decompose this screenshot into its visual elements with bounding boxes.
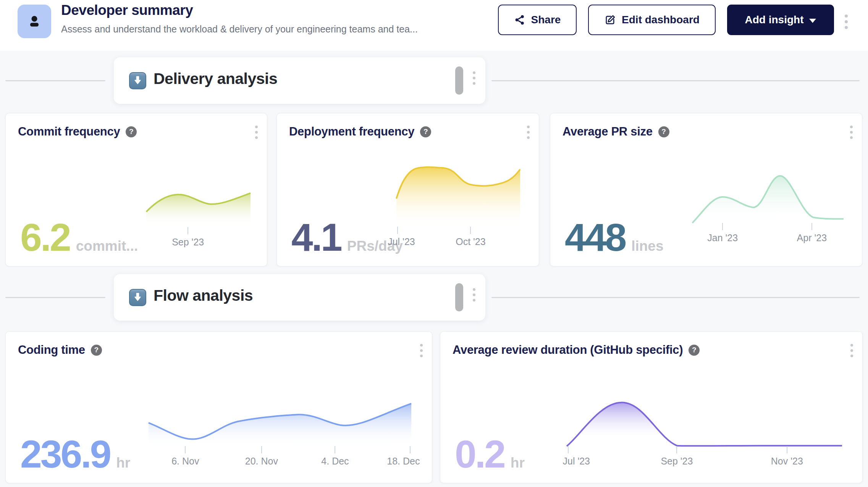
card-title: Average review duration (GitHub specific… bbox=[453, 343, 683, 357]
page-title: Developer summary bbox=[61, 2, 193, 18]
metric-value: 4.1 bbox=[291, 218, 341, 257]
axis-tick bbox=[722, 223, 723, 230]
section-kebab-menu-icon[interactable] bbox=[473, 288, 475, 302]
card-kebab-menu-icon[interactable] bbox=[420, 344, 423, 357]
header-kebab-menu-icon[interactable] bbox=[845, 15, 848, 29]
metric-card-average-review-duration[interactable]: Average review duration (GitHub specific… bbox=[440, 331, 863, 483]
person-icon bbox=[26, 13, 43, 30]
axis-tick bbox=[568, 446, 569, 453]
card-title: Average PR size bbox=[563, 125, 653, 139]
axis-tick bbox=[397, 227, 398, 234]
section-title: Delivery analysis bbox=[154, 70, 277, 88]
edit-dashboard-button-label: Edit dashboard bbox=[622, 14, 700, 26]
metric-value: 236.9 bbox=[20, 435, 110, 474]
axis-tick bbox=[261, 446, 262, 453]
edit-icon bbox=[604, 14, 616, 26]
axis-tick bbox=[188, 227, 188, 234]
tick-label: Oct '23 bbox=[456, 236, 485, 247]
card-title: Deployment frequency bbox=[289, 125, 414, 139]
share-button-label: Share bbox=[531, 14, 561, 26]
sparkline-chart: Sep '23 bbox=[146, 190, 251, 227]
tick-label: Nov '23 bbox=[771, 456, 803, 467]
section-divider bbox=[5, 297, 105, 298]
tick-label: 4. Dec bbox=[321, 456, 349, 467]
tick-label: Jul '23 bbox=[563, 456, 590, 467]
metric-card-average-pr-size[interactable]: Average PR size ? 448 lines Jan '23 bbox=[550, 113, 862, 266]
section-divider bbox=[491, 80, 860, 81]
axis-tick bbox=[470, 227, 471, 234]
add-insight-button-label: Add insight bbox=[745, 14, 804, 26]
share-button[interactable]: Share bbox=[498, 5, 577, 35]
help-icon[interactable]: ? bbox=[658, 126, 669, 137]
sparkline-chart: Jul '23 Sep '23 Nov '23 bbox=[567, 397, 842, 446]
tick-label: 18. Dec bbox=[387, 456, 420, 467]
caret-down-icon bbox=[809, 19, 816, 23]
add-insight-button[interactable]: Add insight bbox=[727, 5, 834, 35]
header: Developer summary Assess and understand … bbox=[0, 0, 868, 51]
card-kebab-menu-icon[interactable] bbox=[527, 126, 530, 139]
drag-handle[interactable] bbox=[455, 66, 463, 95]
down-arrow-emoji-icon bbox=[129, 289, 146, 306]
metric-value: 448 bbox=[565, 218, 625, 257]
share-icon bbox=[514, 14, 525, 26]
section-header-flow-analysis: Flow analysis bbox=[114, 274, 485, 321]
axis-tick bbox=[185, 446, 186, 453]
axis-tick bbox=[811, 223, 812, 230]
tick-label: Jul '23 bbox=[388, 236, 415, 247]
tick-label: Sep '23 bbox=[172, 237, 204, 248]
drag-handle[interactable] bbox=[455, 283, 463, 311]
tick-label: 20. Nov bbox=[245, 456, 278, 467]
metric-card-coding-time[interactable]: Coding time ? 236.9 hr 6. Nov 20. bbox=[5, 331, 432, 483]
avatar bbox=[18, 5, 51, 38]
edit-dashboard-button[interactable]: Edit dashboard bbox=[588, 5, 716, 35]
card-title: Coding time bbox=[18, 343, 85, 357]
metric-value: 0.2 bbox=[455, 435, 504, 474]
sparkline-chart: Jan '23 Apr '23 bbox=[692, 173, 844, 223]
card-kebab-menu-icon[interactable] bbox=[255, 126, 258, 139]
section-divider bbox=[5, 80, 105, 81]
help-icon[interactable]: ? bbox=[689, 345, 700, 356]
tick-label: Apr '23 bbox=[797, 232, 827, 244]
metric-value: 6.2 bbox=[20, 218, 70, 257]
axis-tick bbox=[410, 446, 411, 453]
sparkline-chart: 6. Nov 20. Nov 4. Dec 18. Dec bbox=[149, 400, 411, 446]
axis-tick bbox=[787, 446, 787, 453]
down-arrow-emoji-icon bbox=[129, 72, 146, 89]
section-title: Flow analysis bbox=[154, 287, 253, 305]
help-icon[interactable]: ? bbox=[91, 345, 102, 356]
axis-tick bbox=[676, 446, 677, 453]
section-kebab-menu-icon[interactable] bbox=[473, 71, 475, 85]
metric-card-commit-frequency[interactable]: Commit frequency ? 6.2 commit... Sep '23 bbox=[5, 113, 267, 266]
dashboard-page: Developer summary Assess and understand … bbox=[0, 0, 868, 487]
card-kebab-menu-icon[interactable] bbox=[850, 344, 853, 357]
metric-unit: commit... bbox=[76, 238, 138, 254]
card-kebab-menu-icon[interactable] bbox=[850, 126, 853, 139]
section-header-delivery-analysis: Delivery analysis bbox=[114, 57, 485, 104]
tick-label: 6. Nov bbox=[171, 456, 199, 467]
axis-tick bbox=[335, 446, 335, 453]
help-icon[interactable]: ? bbox=[420, 126, 431, 137]
section-divider bbox=[491, 297, 860, 298]
metric-unit: hr bbox=[116, 455, 130, 471]
metric-unit: hr bbox=[511, 455, 525, 471]
metric-card-deployment-frequency[interactable]: Deployment frequency ? 4.1 PRs/day Jul '… bbox=[276, 113, 539, 266]
tick-label: Sep '23 bbox=[661, 456, 693, 467]
sparkline-chart: Jul '23 Oct '23 bbox=[396, 166, 520, 227]
tick-label: Jan '23 bbox=[707, 232, 738, 244]
help-icon[interactable]: ? bbox=[126, 126, 137, 137]
card-title: Commit frequency bbox=[18, 125, 120, 139]
page-subtitle: Assess and understand the workload & del… bbox=[61, 24, 418, 35]
metric-unit: lines bbox=[631, 238, 663, 254]
